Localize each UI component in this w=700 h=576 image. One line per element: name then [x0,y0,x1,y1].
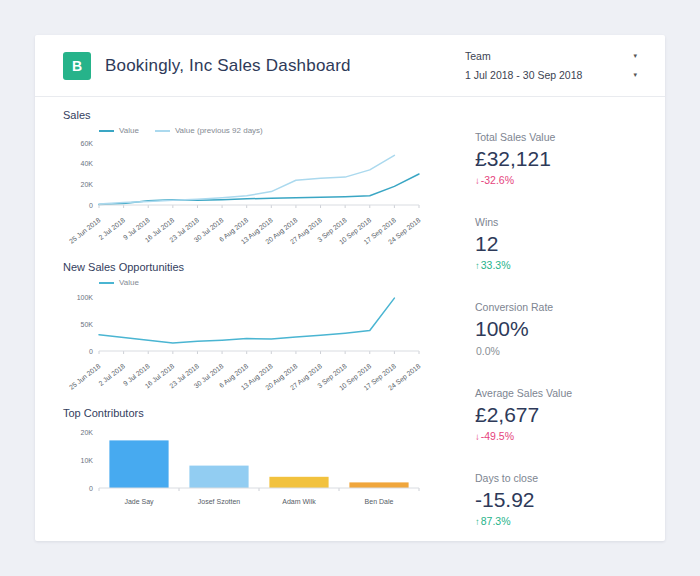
stat-days-to-close: Days to close -15.92 ↑87.3% [475,472,637,527]
delta-text: 0.0% [476,345,500,357]
stat-value: £2,677 [475,402,637,427]
legend-label: Value [119,278,139,287]
svg-text:50K: 50K [81,321,94,328]
opportunities-chart-canvas: 050K100K25 Jun 20182 Jul 20189 Jul 20181… [63,289,459,401]
stat-total-sales-value: Total Sales Value £32,121 ↓-32.6% [475,131,637,186]
stat-label: Days to close [475,472,637,484]
sales-chart-legend: ValueValue (previous 92 days) [99,126,459,135]
contributors-chart-section: Top Contributors 010K20KJade SayJosef Sz… [63,407,459,520]
delta-arrow-icon: ↓ [475,431,480,442]
svg-text:25 Jun 2018: 25 Jun 2018 [68,216,102,245]
header-controls: Team ▾ 1 Jul 2018 - 30 Sep 2018 ▾ [465,50,637,81]
svg-text:40K: 40K [81,160,94,167]
svg-text:100K: 100K [77,294,94,301]
svg-text:Ben Dale: Ben Dale [365,498,394,505]
sales-chart-canvas: 020K40K60K25 Jun 20182 Jul 20189 Jul 201… [63,137,459,255]
stat-value: -15.92 [475,487,637,512]
legend-item: Value (previous 92 days) [155,126,263,135]
team-dropdown-label: Team [465,50,491,62]
chevron-down-icon: ▾ [633,52,637,60]
svg-text:20K: 20K [81,181,94,188]
legend-item: Value [99,126,139,135]
stat-value: 12 [475,231,637,256]
legend-line-swatch-icon [99,282,114,284]
stat-delta: ↓-32.6% [475,174,637,186]
stat-delta: 0.0% [475,345,637,357]
stat-delta: ↓-49.5% [475,430,637,442]
delta-text: 87.3% [481,515,511,527]
svg-text:0: 0 [89,485,93,492]
header: B Bookingly, Inc Sales Dashboard Team ▾ … [35,35,665,97]
legend-label: Value [119,126,139,135]
svg-text:0: 0 [89,348,93,355]
svg-text:0: 0 [89,202,93,209]
delta-text: 33.3% [481,259,511,271]
svg-text:Jade Say: Jade Say [124,498,154,506]
date-range-dropdown[interactable]: 1 Jul 2018 - 30 Sep 2018 ▾ [465,69,637,81]
stat-label: Conversion Rate [475,301,637,313]
dashboard-body: Sales ValueValue (previous 92 days) 020K… [35,97,665,557]
svg-text:Adam Wilk: Adam Wilk [282,498,316,505]
svg-text:60K: 60K [81,140,94,147]
legend-line-swatch-icon [155,130,170,132]
sales-chart-title: Sales [63,109,459,121]
opportunities-chart-title: New Sales Opportunities [63,261,459,273]
svg-text:25 Jun 2018: 25 Jun 2018 [68,362,102,391]
stat-value: 100% [475,316,637,341]
header-left: B Bookingly, Inc Sales Dashboard [63,52,351,80]
stat-conversion-rate: Conversion Rate 100% 0.0% [475,301,637,356]
delta-arrow-icon: ↑ [475,516,480,527]
delta-arrow-icon: ↑ [475,260,480,271]
delta-text: -32.6% [481,174,514,186]
legend-item: Value [99,278,139,287]
opportunities-chart-legend: Value [99,278,459,287]
delta-text: -49.5% [481,430,514,442]
team-dropdown[interactable]: Team ▾ [465,50,637,62]
stat-average-sales-value: Average Sales Value £2,677 ↓-49.5% [475,387,637,442]
delta-arrow-icon: ↓ [475,175,480,186]
charts-column: Sales ValueValue (previous 92 days) 020K… [63,109,459,557]
stat-delta: ↑33.3% [475,259,637,271]
svg-text:10K: 10K [81,457,94,464]
contributors-chart-title: Top Contributors [63,407,459,419]
contributors-chart-canvas: 010K20KJade SayJosef SzottenAdam WilkBen… [63,424,459,520]
page-title: Bookingly, Inc Sales Dashboard [105,56,351,76]
brand-logo: B [63,52,91,80]
stat-value: £32,121 [475,146,637,171]
stat-label: Average Sales Value [475,387,637,399]
stat-label: Total Sales Value [475,131,637,143]
stats-column: Total Sales Value £32,121 ↓-32.6% Wins 1… [459,109,637,557]
svg-text:20K: 20K [81,429,94,436]
opportunities-chart-section: New Sales Opportunities Value 050K100K25… [63,261,459,401]
sales-chart-section: Sales ValueValue (previous 92 days) 020K… [63,109,459,255]
stat-label: Wins [475,216,637,228]
dashboard-card: B Bookingly, Inc Sales Dashboard Team ▾ … [35,35,665,541]
legend-label: Value (previous 92 days) [175,126,263,135]
legend-line-swatch-icon [99,130,114,132]
svg-text:Josef Szotten: Josef Szotten [198,498,241,505]
chevron-down-icon: ▾ [633,71,637,79]
date-range-label: 1 Jul 2018 - 30 Sep 2018 [465,69,582,81]
stat-wins: Wins 12 ↑33.3% [475,216,637,271]
stat-delta: ↑87.3% [475,515,637,527]
